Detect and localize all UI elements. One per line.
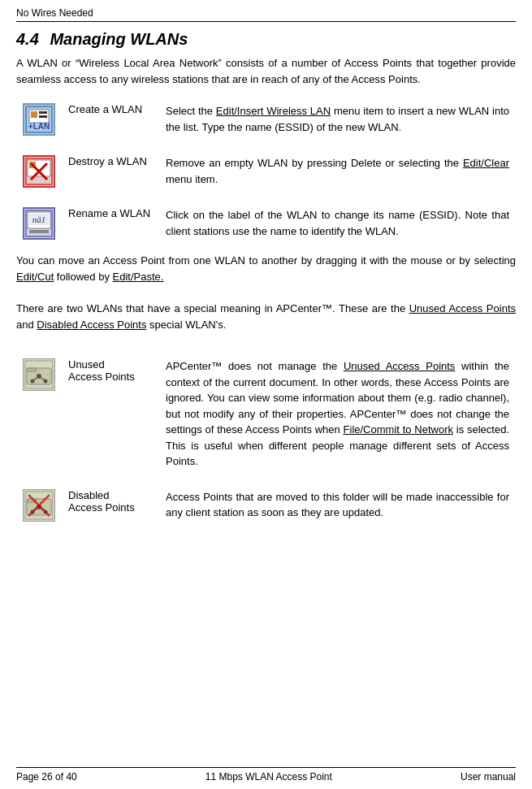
svg-text:+LAN: +LAN	[28, 122, 50, 131]
create-wlan-desc: Select the Edit/Insert Wireless LAN menu…	[159, 98, 516, 141]
rename-icon-cell: nā1	[16, 202, 62, 245]
destroy-wlan-row: Destroy a WLAN Remove an empty WLAN by p…	[16, 150, 516, 193]
disabled-access-points-row: DisabledAccess Points Access Points that…	[16, 484, 516, 527]
disabled-access-points-icon	[23, 489, 55, 522]
rename-wlan-desc: Click on the label of the WLAN to change…	[159, 202, 516, 245]
unused-access-points-icon	[23, 358, 55, 391]
unused-access-points-label: UnusedAccess Points	[62, 353, 159, 475]
disabled-access-points-label: DisabledAccess Points	[62, 484, 159, 527]
unused-icon-cell	[16, 353, 62, 475]
header-title: No Wires Needed	[16, 7, 93, 19]
destroy-wlan-desc: Remove an empty WLAN by pressing Delete …	[159, 150, 516, 193]
rename-wlan-icon: nā1	[23, 207, 55, 240]
disabled-access-points-link: Disabled Access Points	[37, 319, 146, 331]
unused-ap-inline-link: Unused Access Points	[344, 360, 455, 372]
section-name: Managing WLANs	[50, 30, 188, 48]
unused-access-points-link: Unused Access Points	[409, 302, 516, 314]
special-items-table: UnusedAccess Points APCenter™ does not m…	[16, 353, 516, 527]
create-wlan-row: +LAN Create a WLAN Select the Edit/Inser…	[16, 98, 516, 141]
footer-page-number: Page 26 of 40	[16, 771, 77, 782]
svg-rect-15	[29, 230, 49, 233]
section-number: 4.4	[16, 30, 39, 48]
destroy-wlan-icon	[23, 155, 55, 188]
footer-manual-label: User manual	[461, 771, 516, 782]
move-text: You can move an Access Point from one WL…	[16, 253, 516, 284]
intro-text: A WLAN or “Wireless Local Area Network” …	[16, 55, 516, 87]
disabled-icon-cell	[16, 484, 62, 527]
file-commit-link: File/Commit to Network	[344, 423, 453, 436]
rename-wlan-label: Rename a WLAN	[62, 202, 159, 245]
destroy-icon-cell	[16, 150, 62, 193]
edit-insert-wireless-link: Edit/Insert Wireless LAN	[216, 105, 331, 117]
footer-product-name: 11 Mbps WLAN Access Point	[205, 771, 332, 782]
unused-access-points-desc: APCenter™ does not manage the Unused Acc…	[159, 353, 516, 475]
create-wlan-label: Create a WLAN	[62, 98, 159, 141]
page-footer: Page 26 of 40 11 Mbps WLAN Access Point …	[16, 767, 516, 782]
edit-cut-link: Edit/Cut	[16, 271, 54, 283]
destroy-wlan-label: Destroy a WLAN	[62, 150, 159, 193]
svg-rect-2	[31, 111, 37, 118]
svg-rect-4	[39, 115, 47, 118]
svg-rect-18	[27, 368, 37, 371]
wlan-actions-table: +LAN Create a WLAN Select the Edit/Inser…	[16, 98, 516, 245]
edit-paste-link: Edit/Paste.	[113, 271, 164, 283]
edit-clear-link: Edit/Clear	[463, 157, 509, 169]
create-icon-cell: +LAN	[16, 98, 62, 141]
svg-text:nā1: nā1	[32, 215, 46, 224]
unused-access-points-row: UnusedAccess Points APCenter™ does not m…	[16, 353, 516, 475]
special-wlans-text: There are two WLANs that have a special …	[16, 301, 516, 332]
section-title: 4.4 Managing WLANs	[16, 30, 516, 49]
create-wlan-icon: +LAN	[23, 103, 55, 136]
svg-rect-3	[39, 111, 47, 114]
rename-wlan-row: nā1 Rename a WLAN Click on the label of …	[16, 202, 516, 245]
page-header: No Wires Needed	[16, 7, 516, 22]
disabled-access-points-desc: Access Points that are moved to this fol…	[159, 484, 516, 527]
